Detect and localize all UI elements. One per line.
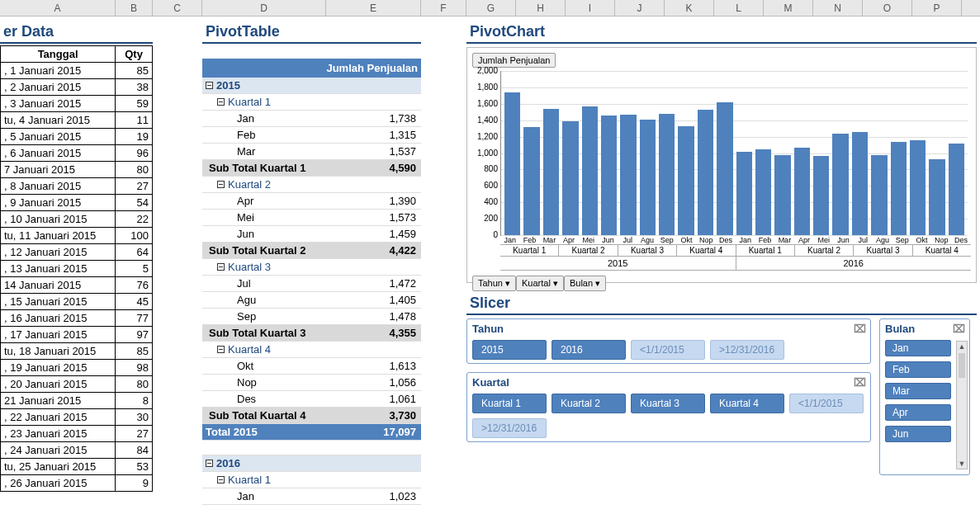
scroll-thumb[interactable]: [959, 353, 965, 378]
pivot-month-row[interactable]: Jun1,459: [202, 226, 421, 243]
column-header[interactable]: J: [615, 0, 665, 16]
chart-bar[interactable]: [659, 114, 675, 235]
table-row[interactable]: , 15 Januari 201545: [1, 294, 153, 310]
collapse-icon[interactable]: [217, 346, 225, 353]
chart-bar[interactable]: [871, 155, 887, 236]
pivot-month-row[interactable]: Apr1,390: [202, 193, 421, 210]
collapse-icon[interactable]: [217, 476, 225, 483]
slicer-item[interactable]: >12/31/2016: [472, 418, 547, 438]
cell-tanggal[interactable]: tu, 4 Januari 2015: [1, 112, 116, 129]
pivot-header[interactable]: Jumlah Penjualan: [202, 59, 421, 78]
scrollbar[interactable]: ▲ ▼: [956, 341, 968, 469]
slicer-item[interactable]: Jan: [885, 340, 951, 356]
pivot-month-row[interactable]: Jul1,472: [202, 276, 421, 292]
slicer-item[interactable]: >12/31/2016: [710, 340, 784, 360]
cell-tanggal[interactable]: , 3 Januari 2015: [1, 96, 116, 112]
table-row[interactable]: , 22 Januari 201530: [1, 409, 153, 426]
slicer-item[interactable]: Apr: [885, 404, 951, 421]
cell-qty[interactable]: 9: [116, 475, 153, 492]
table-row[interactable]: , 17 Januari 201597: [1, 327, 153, 343]
pivot-quarter-row[interactable]: Kuartal 1: [202, 472, 421, 488]
cell-qty[interactable]: 84: [116, 442, 153, 459]
chart-bar[interactable]: [929, 159, 944, 235]
column-header[interactable]: G: [466, 0, 516, 16]
cell-qty[interactable]: 54: [116, 195, 153, 211]
slicer-item[interactable]: Feb: [885, 361, 951, 378]
chart-bar[interactable]: [813, 156, 829, 235]
chart-bar[interactable]: [774, 155, 790, 236]
cell-tanggal[interactable]: 14 Januari 2015: [1, 277, 116, 294]
source-header-tanggal[interactable]: Tanggal: [1, 46, 116, 63]
chart-bar[interactable]: [678, 126, 694, 235]
cell-qty[interactable]: 85: [116, 63, 153, 79]
chart-field-button[interactable]: Kuartal ▾: [516, 276, 564, 291]
pivot-subtotal-row[interactable]: Sub Total Kuartal 34,355: [202, 325, 421, 342]
chart-bar[interactable]: [698, 110, 713, 235]
chart-bar[interactable]: [523, 127, 539, 235]
chart-bar[interactable]: [562, 121, 578, 235]
chart-bar[interactable]: [910, 140, 926, 235]
chart-bar[interactable]: [543, 109, 559, 235]
cell-qty[interactable]: 45: [116, 294, 153, 310]
table-row[interactable]: 14 Januari 201576: [1, 277, 153, 294]
collapse-icon[interactable]: [206, 460, 213, 467]
chart-bar[interactable]: [620, 115, 636, 235]
chart-bar[interactable]: [832, 134, 848, 235]
cell-tanggal[interactable]: , 9 Januari 2015: [1, 195, 116, 211]
cell-qty[interactable]: 77: [116, 310, 153, 327]
cell-tanggal[interactable]: tu, 11 Januari 2015: [1, 228, 116, 244]
table-row[interactable]: , 9 Januari 201554: [1, 195, 153, 211]
cell-qty[interactable]: 80: [116, 162, 153, 178]
slicer-item[interactable]: <1/1/2015: [789, 394, 864, 413]
table-row[interactable]: tu, 18 Januari 201585: [1, 343, 153, 360]
table-row[interactable]: , 12 Januari 201564: [1, 244, 153, 261]
column-header[interactable]: D: [202, 0, 326, 16]
cell-tanggal[interactable]: , 5 Januari 2015: [1, 129, 116, 145]
cell-tanggal[interactable]: tu, 18 Januari 2015: [1, 343, 116, 360]
clear-filter-icon[interactable]: ⌧: [854, 376, 865, 388]
cell-qty[interactable]: 76: [116, 277, 153, 294]
pivot-total-row[interactable]: Total 201517,097: [202, 424, 421, 441]
pivot-month-row[interactable]: Okt1,613: [202, 358, 421, 375]
clear-filter-icon[interactable]: ⌧: [953, 323, 964, 334]
cell-qty[interactable]: 27: [116, 426, 153, 442]
pivot-month-row[interactable]: Feb1,315: [202, 127, 421, 144]
pivot-month-row[interactable]: Jan1,738: [202, 111, 421, 127]
pivot-year-row[interactable]: 2016: [202, 455, 421, 472]
pivot-month-row[interactable]: Mar1,537: [202, 144, 421, 160]
column-header[interactable]: E: [326, 0, 421, 16]
column-header[interactable]: I: [566, 0, 615, 16]
slicer-bulan[interactable]: Bulan ⌧ JanFebMarAprJun ▲ ▼: [879, 318, 970, 475]
pivot-year-row[interactable]: 2015: [202, 78, 421, 94]
table-row[interactable]: , 24 Januari 201584: [1, 442, 153, 459]
table-row[interactable]: , 6 Januari 201596: [1, 145, 153, 162]
cell-tanggal[interactable]: , 17 Januari 2015: [1, 327, 116, 343]
pivot-chart[interactable]: Jumlah Penjualan 02004006008001,0001,200…: [466, 47, 977, 283]
column-header[interactable]: M: [764, 0, 813, 16]
chart-bar[interactable]: [755, 149, 771, 235]
cell-tanggal[interactable]: 21 Januari 2015: [1, 393, 116, 409]
pivot-quarter-row[interactable]: Kuartal 2: [202, 177, 421, 193]
cell-qty[interactable]: 59: [116, 96, 153, 112]
table-row[interactable]: , 16 Januari 201577: [1, 310, 153, 327]
slicer-tahun[interactable]: Tahun ⌧ 20152016<1/1/2015>12/31/2016: [466, 318, 871, 364]
chart-field-button[interactable]: Tahun ▾: [472, 276, 516, 291]
table-row[interactable]: , 5 Januari 201519: [1, 129, 153, 145]
column-header[interactable]: A: [0, 0, 116, 16]
cell-qty[interactable]: 100: [116, 228, 153, 244]
table-row[interactable]: , 20 Januari 201580: [1, 376, 153, 393]
table-row[interactable]: 7 Januari 201580: [1, 162, 153, 178]
cell-qty[interactable]: 80: [116, 376, 153, 393]
cell-tanggal[interactable]: , 22 Januari 2015: [1, 409, 116, 426]
column-header[interactable]: K: [665, 0, 714, 16]
table-row[interactable]: tu, 11 Januari 2015100: [1, 228, 153, 244]
cell-qty[interactable]: 85: [116, 343, 153, 360]
pivot-month-row[interactable]: Agu1,405: [202, 292, 421, 309]
cell-tanggal[interactable]: 7 Januari 2015: [1, 162, 116, 178]
column-header[interactable]: F: [421, 0, 466, 16]
chart-bar[interactable]: [794, 148, 810, 235]
chart-bar[interactable]: [949, 144, 964, 235]
cell-tanggal[interactable]: , 24 Januari 2015: [1, 442, 116, 459]
slicer-item[interactable]: 2016: [552, 340, 626, 360]
pivot-month-row[interactable]: Jan1,023: [202, 488, 421, 505]
